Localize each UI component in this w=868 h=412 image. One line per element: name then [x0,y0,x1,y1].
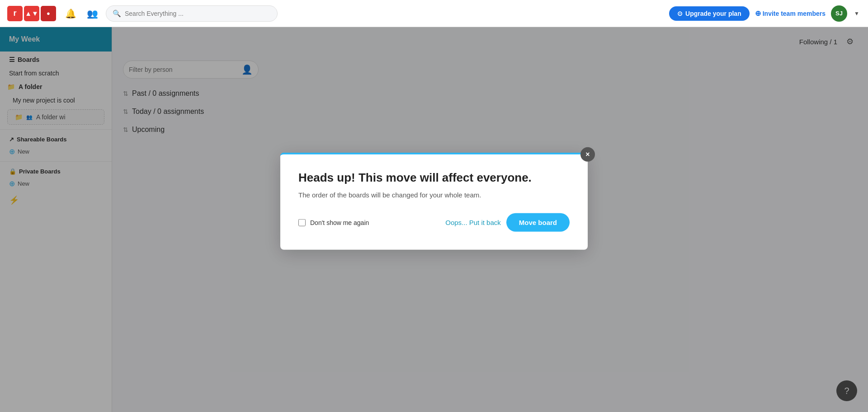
modal-body: Heads up! This move will affect everyone… [280,154,588,250]
modal-footer: Don't show me again Oops... Put it back … [298,213,570,235]
team-button[interactable]: 👥 [84,5,100,22]
oops-button[interactable]: Oops... Put it back [445,219,501,226]
modal-actions: Oops... Put it back Move board [445,213,570,232]
modal-subtitle: The order of the boards will be changed … [298,191,570,199]
search-icon: 🔍 [113,9,121,18]
modal-close-button[interactable]: × [580,147,595,162]
modal-title: Heads up! This move will affect everyone… [298,171,570,185]
notifications-button[interactable]: 🔔 [62,5,79,22]
search-input[interactable] [125,10,271,17]
plus-icon: ⊕ [755,9,761,18]
move-board-modal: × Heads up! This move will affect everyo… [280,153,588,250]
logo-a: ● [41,6,56,21]
app-logo[interactable]: r ▲▼ ● [7,4,57,23]
move-board-button[interactable]: Move board [506,213,570,232]
invite-button[interactable]: ⊕ Invite team members [755,9,826,18]
logo-h: ▲▼ [24,6,39,21]
logo-r: r [7,6,23,21]
dont-show-label[interactable]: Don't show me again [298,219,369,226]
dont-show-checkbox[interactable] [298,219,306,226]
upgrade-icon: ⊙ [677,10,683,17]
avatar[interactable]: SJ [831,5,847,22]
navbar: r ▲▼ ● 🔔 👥 🔍 ⊙ Upgrade your plan ⊕ Invit… [0,0,868,27]
avatar-dropdown-icon[interactable]: ▼ [853,9,861,18]
search-bar: 🔍 [106,5,278,22]
upgrade-button[interactable]: ⊙ Upgrade your plan [669,6,750,21]
